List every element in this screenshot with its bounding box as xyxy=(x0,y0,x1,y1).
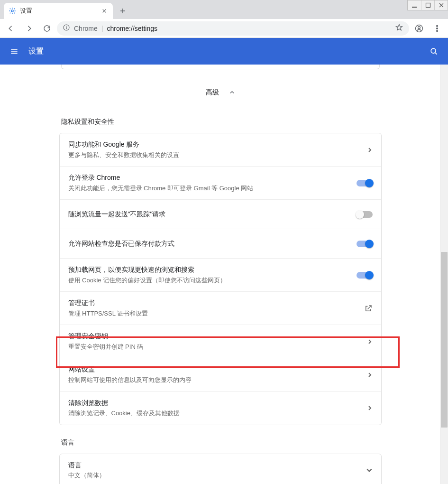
row-preload-pages[interactable]: 预加载网页，以便实现更快速的浏览和搜索使用 Cookie 记住您的偏好设置（即使… xyxy=(60,258,381,291)
address-url: chrome://settings xyxy=(107,25,157,32)
language-card: 语言中文（简体） 拼写检查所选语言不支持拼写检查 xyxy=(59,454,382,484)
row-subtitle: 管理 HTTPS/SSL 证书和设置 xyxy=(68,309,351,318)
address-chip: Chrome xyxy=(74,25,98,32)
tab-strip: 设置 xyxy=(0,0,448,19)
search-button[interactable] xyxy=(427,47,440,56)
row-title: 语言 xyxy=(68,461,351,470)
svg-rect-5 xyxy=(66,27,66,29)
advanced-label: 高级 xyxy=(206,88,219,96)
row-sync-google-services[interactable]: 同步功能和 Google 服务更多与隐私、安全和数据收集相关的设置 xyxy=(60,133,381,166)
row-site-settings[interactable]: 网站设置控制网站可使用的信息以及可向您显示的内容 xyxy=(60,358,381,391)
toggle-allow-signin[interactable] xyxy=(357,180,373,186)
svg-point-11 xyxy=(431,48,436,53)
toggle-preload[interactable] xyxy=(357,272,373,279)
tab-close-button[interactable] xyxy=(101,7,108,15)
row-title: 管理安全密钥 xyxy=(68,332,351,341)
scrollbar-thumb[interactable] xyxy=(441,252,448,428)
advanced-toggle-row[interactable]: 高级 xyxy=(59,69,382,109)
row-title: 允许网站检查您是否已保存付款方式 xyxy=(68,239,351,249)
window-minimize-button[interactable] xyxy=(408,0,421,10)
browser-tab[interactable]: 设置 xyxy=(4,3,113,19)
window-close-button[interactable] xyxy=(434,0,448,10)
row-subtitle: 更多与隐私、安全和数据收集相关的设置 xyxy=(68,150,351,160)
menu-button[interactable] xyxy=(429,20,445,37)
hamburger-menu-button[interactable] xyxy=(8,47,21,56)
svg-point-10 xyxy=(437,30,438,31)
chevron-right-icon xyxy=(351,339,373,344)
profile-button[interactable] xyxy=(411,20,427,37)
svg-point-7 xyxy=(418,26,421,28)
window-maximize-button[interactable] xyxy=(421,0,434,10)
content-area: 高级 隐私设置和安全性 同步功能和 Google 服务更多与隐私、安全和数据收集… xyxy=(0,65,448,484)
row-allow-chrome-signin[interactable]: 允许登录 Chrome关闭此功能后，您无需登录 Chrome 即可登录 Gmai… xyxy=(60,166,381,199)
previous-card-edge xyxy=(61,65,380,69)
row-clear-browsing-data[interactable]: 清除浏览数据清除浏览记录、Cookie、缓存及其他数据 xyxy=(60,391,381,425)
row-title: 清除浏览数据 xyxy=(68,399,351,408)
window-controls xyxy=(407,0,448,10)
row-title: 预加载网页，以便实现更快速的浏览和搜索 xyxy=(68,265,351,275)
row-language[interactable]: 语言中文（简体） xyxy=(60,454,381,484)
tab-title: 设置 xyxy=(20,7,97,15)
svg-rect-0 xyxy=(412,7,417,8)
svg-rect-1 xyxy=(426,3,430,8)
back-button[interactable] xyxy=(3,20,19,37)
row-title: 允许登录 Chrome xyxy=(68,173,351,183)
toggle-do-not-track[interactable] xyxy=(357,211,373,218)
row-subtitle: 清除浏览记录、Cookie、缓存及其他数据 xyxy=(68,409,351,418)
gear-icon xyxy=(9,7,16,15)
chevron-right-icon xyxy=(351,147,373,153)
row-manage-security-keys[interactable]: 管理安全密钥重置安全密钥并创建 PIN 码 xyxy=(60,325,381,358)
svg-point-4 xyxy=(66,26,67,27)
browser-toolbar: Chrome | chrome://settings xyxy=(0,19,448,38)
address-bar[interactable]: Chrome | chrome://settings xyxy=(57,21,409,36)
external-link-icon xyxy=(351,304,373,313)
site-info-icon[interactable] xyxy=(63,24,70,33)
toggle-payment-check[interactable] xyxy=(357,241,373,247)
row-subtitle: 中文（简体） xyxy=(68,471,351,480)
bookmark-star-icon[interactable] xyxy=(395,23,403,33)
forward-button[interactable] xyxy=(21,20,37,37)
privacy-card: 同步功能和 Google 服务更多与隐私、安全和数据收集相关的设置 允许登录 C… xyxy=(59,133,382,425)
row-manage-certificates[interactable]: 管理证书管理 HTTPS/SSL 证书和设置 xyxy=(60,291,381,325)
reload-button[interactable] xyxy=(39,20,55,37)
row-subtitle: 使用 Cookie 记住您的偏好设置（即使您不访问这些网页） xyxy=(68,276,351,285)
scrollbar-track[interactable] xyxy=(440,65,448,484)
svg-point-8 xyxy=(437,25,438,27)
row-title: 同步功能和 Google 服务 xyxy=(68,140,351,149)
section-title-language: 语言 xyxy=(59,425,382,454)
row-payment-check[interactable]: 允许网站检查您是否已保存付款方式 xyxy=(60,229,381,258)
row-subtitle: 控制网站可使用的信息以及可向您显示的内容 xyxy=(68,375,351,385)
chevron-right-icon xyxy=(351,405,373,411)
row-title: 随浏览流量一起发送"不跟踪"请求 xyxy=(68,210,351,219)
row-do-not-track[interactable]: 随浏览流量一起发送"不跟踪"请求 xyxy=(60,199,381,229)
section-title-privacy: 隐私设置和安全性 xyxy=(59,109,382,133)
chevron-up-icon xyxy=(229,89,235,96)
settings-title: 设置 xyxy=(28,47,44,56)
row-subtitle: 关闭此功能后，您无需登录 Chrome 即可登录 Gmail 等 Google … xyxy=(68,184,351,193)
svg-point-2 xyxy=(11,10,13,12)
settings-header: 设置 xyxy=(0,38,448,65)
chevron-right-icon xyxy=(351,372,373,378)
new-tab-button[interactable] xyxy=(116,4,130,18)
row-subtitle: 重置安全密钥并创建 PIN 码 xyxy=(68,342,351,352)
row-title: 网站设置 xyxy=(68,365,351,374)
address-separator: | xyxy=(101,25,103,32)
chevron-down-icon xyxy=(351,467,373,474)
row-title: 管理证书 xyxy=(68,298,351,308)
svg-point-9 xyxy=(437,28,438,29)
